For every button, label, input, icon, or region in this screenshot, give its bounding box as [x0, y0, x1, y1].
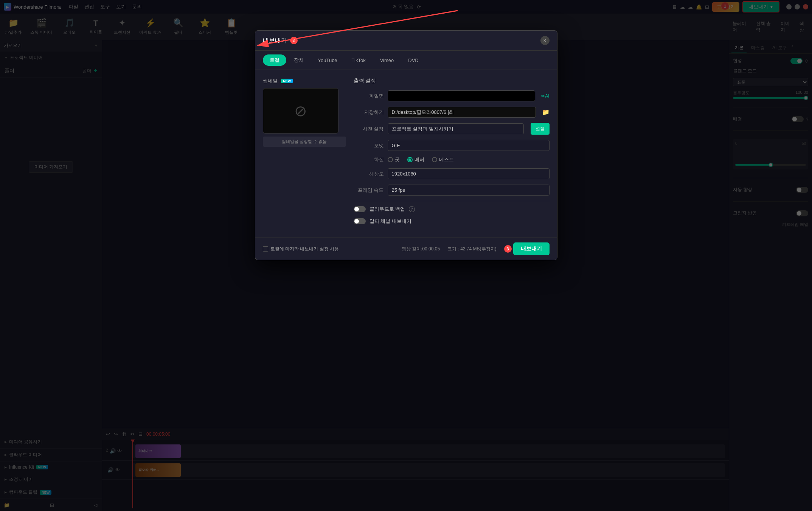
save-folder-icon[interactable]: 📁: [542, 109, 550, 116]
filename-label: 파일명: [354, 93, 384, 99]
modal-header: 내보내기 2 ×: [255, 31, 557, 51]
tab-local[interactable]: 로컬: [263, 54, 286, 66]
resolution-row: 해상도 1920x1080: [354, 168, 550, 179]
radio-best-circle: [432, 157, 437, 162]
format-select[interactable]: GIF: [388, 140, 550, 151]
tab-youtube[interactable]: YouTube: [311, 54, 344, 66]
tab-tiktok[interactable]: TikTok: [345, 54, 373, 66]
modal-tabs: 로컬 장치 YouTube TikTok Vimeo DVD: [255, 51, 557, 70]
radio-better-dot: [408, 158, 411, 161]
footer-left: 로컬에 마지막 내보내기 설정 사용: [263, 246, 339, 252]
framerate-select[interactable]: 25 fps: [388, 185, 550, 196]
quality-better[interactable]: 베터: [407, 156, 424, 163]
thumbnail-note: 썸네일을 설정할 수 없음: [263, 137, 346, 147]
framerate-label: 프레임 속도: [354, 187, 384, 194]
quality-radio-group: 굿 베터 베스트: [388, 156, 550, 163]
cloud-help-icon[interactable]: ?: [409, 206, 415, 212]
badge-2: 2: [290, 37, 298, 44]
thumbnail-box[interactable]: ⊘: [263, 88, 338, 134]
size-info: 크기 : 42.74 MB(추정지): [447, 246, 496, 252]
modal-title-area: 내보내기 2: [263, 37, 298, 45]
alpha-channel-label: 알파 채널 내보내기: [370, 218, 411, 225]
save-label: 저장하기: [354, 109, 384, 116]
modal-footer: 로컬에 마지막 내보내기 설정 사용 영상 길이:00:00:05 크기 : 4…: [255, 238, 557, 260]
ai-icon[interactable]: ✏AI: [541, 93, 549, 99]
quality-good-label: 굿: [395, 156, 400, 163]
preset-select[interactable]: 프로젝트 설정과 일치시키기: [388, 123, 524, 134]
quality-label: 화질: [354, 156, 384, 163]
settings-title: 출력 설정: [354, 78, 550, 84]
save-path-input[interactable]: [388, 107, 536, 118]
radio-better-circle: [407, 157, 413, 162]
framerate-row: 프레임 속도 25 fps: [354, 185, 550, 196]
preset-label: 사전 설정: [354, 126, 384, 132]
alpha-channel-row: 알파 채널 내보내기: [354, 218, 550, 225]
export-button[interactable]: 내보내기: [513, 242, 550, 255]
thumbnail-new-badge: NEW: [281, 79, 293, 83]
alpha-channel-toggle[interactable]: [354, 218, 366, 224]
cloud-backup-row: 클라우드로 백업 ?: [354, 206, 550, 213]
remember-label: 로컬에 마지막 내보내기 설정 사용: [270, 246, 339, 252]
thumbnail-label-text: 썸네일:: [263, 78, 279, 84]
video-length-info: 영상 길이:00:00:05: [402, 246, 440, 252]
format-label: 포맷: [354, 142, 384, 149]
modal-overlay: 내보내기 2 × 로컬 장치 YouTube TikTok Vimeo DVD …: [0, 0, 812, 511]
resolution-label: 해상도: [354, 171, 384, 177]
tab-device[interactable]: 장치: [287, 54, 311, 66]
quality-best-label: 베스트: [439, 156, 454, 163]
resolution-select[interactable]: 1920x1080: [388, 168, 550, 179]
preset-row: 사전 설정 프로젝트 설정과 일치시키기 설정: [354, 123, 550, 135]
tab-vimeo[interactable]: Vimeo: [373, 54, 401, 66]
no-thumbnail-icon: ⊘: [294, 102, 307, 120]
filename-row: 파일명 ✏AI: [354, 90, 550, 101]
modal-close-button[interactable]: ×: [540, 36, 550, 45]
save-path-row: 저장하기 📁: [354, 107, 550, 118]
badge-3: 3: [504, 245, 512, 253]
export-settings: 출력 설정 파일명 ✏AI 저장하기 📁 사전 설정 프로: [354, 78, 550, 230]
checkbox-box: [263, 246, 268, 252]
quality-better-label: 베터: [415, 156, 424, 163]
cloud-backup-label: 클라우드로 백업: [370, 206, 405, 213]
filename-input[interactable]: [388, 90, 536, 101]
thumbnail-section: 썸네일: NEW ⊘ 썸네일을 설정할 수 없음: [263, 78, 346, 230]
footer-right: 영상 길이:00:00:05 크기 : 42.74 MB(추정지) 3 내보내기: [402, 242, 550, 255]
thumbnail-label-area: 썸네일: NEW: [263, 78, 346, 84]
modal-body: 썸네일: NEW ⊘ 썸네일을 설정할 수 없음 출력 설정 파일명 ✏AI: [255, 70, 557, 238]
export-modal: 내보내기 2 × 로컬 장치 YouTube TikTok Vimeo DVD …: [255, 30, 557, 260]
quality-row: 화질 굿 베터: [354, 156, 550, 163]
quality-best[interactable]: 베스트: [432, 156, 454, 163]
tab-dvd[interactable]: DVD: [401, 54, 425, 66]
quality-good[interactable]: 굿: [388, 156, 400, 163]
cloud-backup-toggle[interactable]: [354, 206, 366, 212]
format-row: 포맷 GIF: [354, 140, 550, 151]
radio-good-circle: [388, 157, 393, 162]
remember-settings-checkbox[interactable]: 로컬에 마지막 내보내기 설정 사용: [263, 246, 339, 252]
preset-settings-button[interactable]: 설정: [531, 123, 550, 135]
modal-title-text: 내보내기: [263, 37, 287, 45]
